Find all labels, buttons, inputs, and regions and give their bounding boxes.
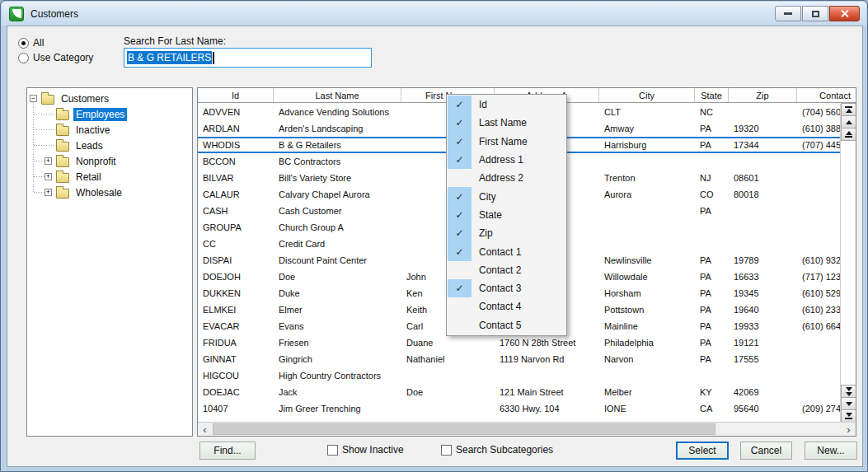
collapse-icon[interactable]: −	[30, 95, 37, 102]
cell-address-1: 1760 N 28th Street	[495, 334, 599, 351]
tree-item-wholesale[interactable]: +Wholesale	[27, 185, 192, 200]
menu-item-id[interactable]: ✓Id	[448, 96, 565, 114]
cell-contact	[797, 367, 840, 384]
cancel-button[interactable]: Cancel	[740, 442, 792, 460]
search-subcategories-checkbox[interactable]	[441, 445, 452, 456]
menu-check-gutter: ✓	[448, 114, 472, 132]
radio-use-category[interactable]: Use Category	[18, 52, 93, 63]
cell-city: Aurora	[599, 186, 695, 203]
table-row[interactable]: FRIDUAFriesenDuane1760 N 28th StreetPhil…	[198, 334, 840, 351]
menu-item-first-name[interactable]: ✓First Name	[448, 133, 565, 151]
cell-state: PA	[695, 285, 729, 301]
cell-contact	[797, 236, 840, 252]
column-header-last-name[interactable]: Last Nameˇ	[274, 88, 401, 102]
cell-city: Pottstown	[599, 301, 695, 318]
cell-contact: (610) 233-5	[797, 301, 840, 318]
tree-connector-stub	[34, 192, 45, 193]
window-title: Customers	[30, 8, 78, 20]
cell-address-1: 1119 Narvon Rd	[495, 351, 599, 367]
menu-item-address-1[interactable]: ✓Address 1	[448, 151, 565, 169]
maximize-button[interactable]	[802, 6, 828, 21]
search-subcategories-label: Search Subcategories	[456, 444, 553, 456]
cell-contact	[797, 203, 840, 219]
search-input[interactable]: B & G RETAILERS	[124, 48, 372, 68]
title-bar[interactable]: Customers	[2, 2, 866, 26]
table-row[interactable]: GINNATGingrichNathaniel1119 Narvon RdNar…	[198, 351, 840, 367]
table-row[interactable]: 10407Jim Greer Trenching6330 Hwy. 104ION…	[198, 400, 840, 417]
search-subcategories-checkbox-row[interactable]: Search Subcategories	[441, 444, 553, 456]
scroll-down-row-button[interactable]	[841, 397, 856, 410]
column-header-city[interactable]: City	[599, 88, 695, 102]
menu-check-gutter: ✓	[448, 151, 472, 169]
cell-address-1	[495, 367, 599, 384]
tree-item-nonprofit[interactable]: +Nonprofit	[27, 153, 192, 169]
tree-connector-stub	[34, 161, 45, 161]
menu-item-contact-5[interactable]: Contact 5	[448, 316, 565, 334]
scroll-first-row-button[interactable]	[841, 103, 856, 116]
expand-icon[interactable]: +	[45, 189, 52, 196]
menu-item-contact-3[interactable]: ✓Contact 3	[448, 279, 565, 297]
scroll-up-page-icon	[846, 120, 852, 124]
menu-item-contact-4[interactable]: Contact 4	[448, 297, 565, 315]
find-button[interactable]: Find...	[199, 442, 256, 460]
show-inactive-checkbox[interactable]	[327, 445, 338, 456]
folder-icon	[56, 126, 69, 136]
column-header-contact[interactable]: Contact	[797, 88, 856, 102]
folder-icon	[56, 173, 69, 183]
table-row[interactable]: DOEJACJackDoe121 Main StreetMelberKY4206…	[198, 384, 840, 400]
tree-item-customers[interactable]: − Customers	[27, 91, 192, 106]
new-button[interactable]: New...	[805, 442, 857, 460]
menu-item-state[interactable]: ✓State	[448, 206, 565, 224]
scroll-last-row-button[interactable]	[841, 409, 856, 423]
cell-city: Willowdale	[599, 269, 695, 285]
radio-use-category-circle[interactable]	[18, 53, 29, 63]
select-button[interactable]: Select	[676, 442, 729, 460]
scroll-left-arrow[interactable]: ‹	[198, 423, 212, 436]
folder-icon	[41, 95, 54, 105]
tree-item-retail[interactable]: +Retail	[27, 169, 192, 185]
scroll-up-page-button[interactable]	[841, 115, 856, 129]
vertical-scrollbar[interactable]	[840, 104, 856, 423]
tree-item-leads[interactable]: Leads	[27, 138, 192, 153]
table-row[interactable]: HIGCOUHigh Country Contractors	[198, 367, 840, 384]
radio-all-circle[interactable]	[18, 38, 29, 49]
scroll-down-page-button[interactable]	[841, 385, 856, 398]
find-button-label: Find...	[213, 445, 241, 456]
expand-icon[interactable]: +	[45, 173, 52, 180]
menu-item-contact-1[interactable]: ✓Contact 1	[448, 242, 565, 260]
menu-item-address-2[interactable]: Address 2	[448, 169, 565, 187]
menu-item-city[interactable]: ✓City	[448, 187, 565, 205]
menu-item-contact-2[interactable]: Contact 2	[448, 261, 565, 279]
column-header-id[interactable]: Id	[198, 88, 274, 102]
cell-city: Harrisburg	[599, 138, 695, 152]
show-inactive-checkbox-row[interactable]: Show Inactive	[327, 444, 404, 456]
tree-item-inactive[interactable]: Inactive	[27, 122, 192, 138]
horizontal-scroll-thumb[interactable]	[213, 423, 716, 435]
cell-first-name: Duane	[401, 334, 495, 351]
column-header-label: City	[639, 91, 655, 100]
cell-contact	[797, 351, 840, 367]
minimize-button[interactable]	[775, 6, 801, 21]
horizontal-scrollbar[interactable]: ‹ ›	[198, 422, 856, 436]
cell-last-name: Discount Paint Center	[274, 252, 401, 269]
column-header-state[interactable]: State	[695, 88, 729, 102]
expand-icon[interactable]: +	[45, 157, 52, 165]
new-button-label: New...	[817, 445, 844, 456]
cell-id: CC	[198, 236, 274, 252]
column-header-zip[interactable]: Zip	[729, 88, 797, 102]
radio-all[interactable]: All	[18, 37, 44, 49]
cell-contact	[797, 334, 840, 351]
cell-state: CO	[695, 186, 729, 203]
scroll-up-row-button[interactable]	[841, 128, 856, 141]
cell-city: Mainline	[599, 318, 695, 334]
cell-id: ARDLAN	[198, 120, 274, 137]
column-header-label: State	[701, 91, 722, 100]
menu-check-gutter	[448, 261, 472, 279]
tree-item-label: Leads	[73, 139, 106, 152]
close-button[interactable]	[829, 6, 860, 21]
menu-item-last-name[interactable]: ✓Last Name	[448, 114, 565, 132]
tree-item-employees[interactable]: Employees	[27, 106, 192, 122]
menu-check-gutter: ✓	[448, 187, 472, 205]
menu-item-zip[interactable]: ✓Zip	[448, 224, 565, 242]
scroll-right-arrow[interactable]: ›	[842, 423, 856, 436]
